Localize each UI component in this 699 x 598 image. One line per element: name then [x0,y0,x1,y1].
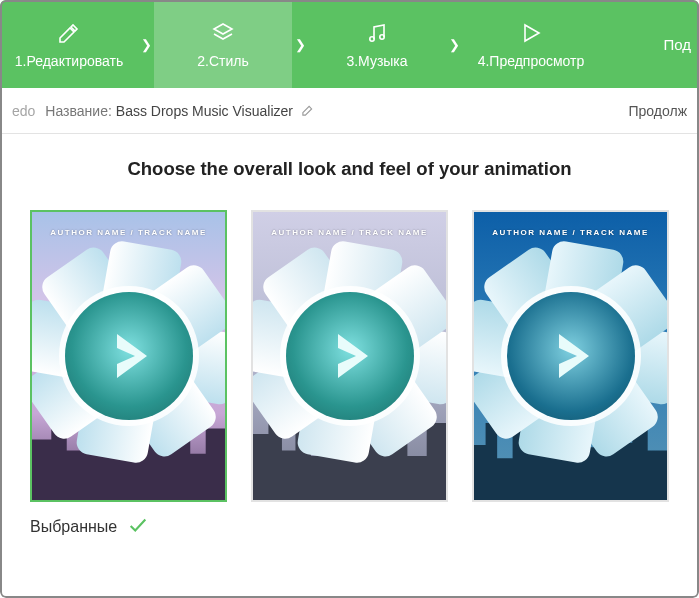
window-frame [0,0,699,598]
